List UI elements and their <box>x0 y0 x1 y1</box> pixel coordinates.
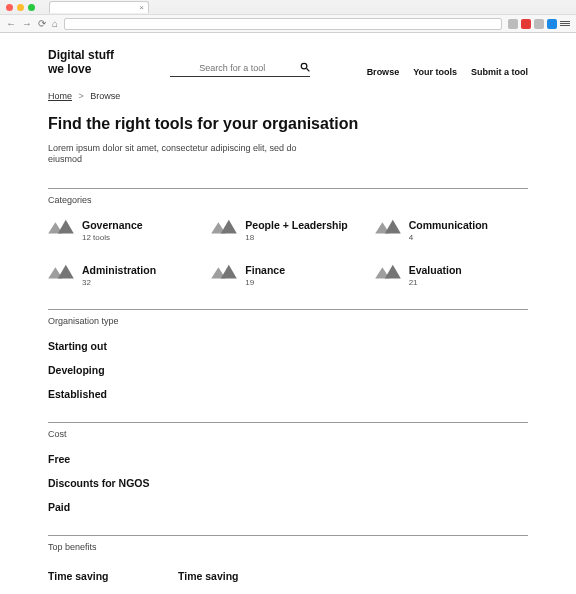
breadcrumb-sep: > <box>79 91 84 101</box>
window-maximize-icon[interactable] <box>28 4 35 11</box>
back-icon[interactable]: ← <box>6 19 16 29</box>
nav-your-tools[interactable]: Your tools <box>413 67 457 77</box>
cost-link[interactable]: Discounts for NGOS <box>48 477 528 489</box>
org-type-link[interactable]: Starting out <box>48 340 528 352</box>
mountain-icon <box>375 219 401 235</box>
category-item[interactable]: People + Leadership18 <box>211 219 364 242</box>
section-categories: Categories Governance12 toolsPeople + Le… <box>48 188 528 287</box>
category-item[interactable]: Governance12 tools <box>48 219 201 242</box>
cost-link[interactable]: Free <box>48 453 528 465</box>
mountain-icon <box>211 219 237 235</box>
category-count: 32 <box>82 278 156 287</box>
category-name: Communication <box>409 219 488 231</box>
category-name: Governance <box>82 219 143 231</box>
page-description: Lorem ipsum dolor sit amet, consectetur … <box>48 143 328 166</box>
section-label: Cost <box>48 429 528 439</box>
mountain-icon <box>48 264 74 280</box>
cost-link[interactable]: Paid <box>48 501 528 513</box>
category-name: Finance <box>245 264 285 276</box>
category-item[interactable]: Evaluation21 <box>375 264 528 287</box>
tab-close-icon[interactable]: × <box>139 3 144 12</box>
mountain-icon <box>375 264 401 280</box>
svg-line-1 <box>307 68 310 71</box>
menu-icon[interactable] <box>560 21 570 26</box>
svg-marker-11 <box>221 265 237 279</box>
benefit-link[interactable]: Time saving <box>178 570 308 582</box>
site-title[interactable]: Digital stuff we love <box>48 49 114 77</box>
category-count: 21 <box>409 278 462 287</box>
home-icon[interactable]: ⌂ <box>52 19 58 29</box>
nav-browse[interactable]: Browse <box>367 67 400 77</box>
svg-marker-5 <box>221 220 237 234</box>
org-type-link[interactable]: Established <box>48 388 528 400</box>
category-item[interactable]: Communication4 <box>375 219 528 242</box>
breadcrumb-home[interactable]: Home <box>48 91 72 101</box>
extension-icon[interactable] <box>547 19 557 29</box>
section-org-type: Organisation type Starting outDeveloping… <box>48 309 528 400</box>
section-label: Organisation type <box>48 316 528 326</box>
nav-submit[interactable]: Submit a tool <box>471 67 528 77</box>
category-count: 4 <box>409 233 488 242</box>
reload-icon[interactable]: ⟳ <box>38 19 46 29</box>
url-bar[interactable] <box>64 18 502 30</box>
section-label: Top benefits <box>48 542 528 552</box>
mountain-icon <box>211 264 237 280</box>
section-cost: Cost FreeDiscounts for NGOSPaid <box>48 422 528 513</box>
mountain-icon <box>48 219 74 235</box>
category-count: 19 <box>245 278 285 287</box>
breadcrumb-current: Browse <box>90 91 120 101</box>
svg-marker-7 <box>384 220 400 234</box>
category-name: People + Leadership <box>245 219 347 231</box>
extension-icon[interactable] <box>521 19 531 29</box>
category-item[interactable]: Finance19 <box>211 264 364 287</box>
window-minimize-icon[interactable] <box>17 4 24 11</box>
benefit-link[interactable]: Time saving <box>48 570 178 582</box>
primary-nav: Browse Your tools Submit a tool <box>367 67 528 77</box>
search-button[interactable] <box>300 62 310 74</box>
category-name: Administration <box>82 264 156 276</box>
org-type-link[interactable]: Developing <box>48 364 528 376</box>
category-count: 18 <box>245 233 347 242</box>
category-count: 12 tools <box>82 233 143 242</box>
section-label: Categories <box>48 195 528 205</box>
site-header: Digital stuff we love Browse Your tools … <box>48 49 528 77</box>
extension-icon[interactable] <box>534 19 544 29</box>
svg-marker-3 <box>58 220 74 234</box>
category-name: Evaluation <box>409 264 462 276</box>
search-input[interactable] <box>170 63 294 73</box>
extension-icon[interactable] <box>508 19 518 29</box>
breadcrumb: Home > Browse <box>48 91 528 101</box>
forward-icon[interactable]: → <box>22 19 32 29</box>
section-benefits: Top benefits Time savingRecord keepingTr… <box>48 535 528 594</box>
svg-marker-13 <box>384 265 400 279</box>
browser-tab[interactable]: × <box>49 1 149 13</box>
browser-chrome: × ← → ⟳ ⌂ <box>0 0 576 33</box>
svg-point-0 <box>302 63 308 69</box>
search-box <box>170 62 310 77</box>
window-close-icon[interactable] <box>6 4 13 11</box>
svg-marker-9 <box>58 265 74 279</box>
page-title: Find the right tools for your organisati… <box>48 115 528 133</box>
category-item[interactable]: Administration32 <box>48 264 201 287</box>
search-icon <box>300 62 310 72</box>
